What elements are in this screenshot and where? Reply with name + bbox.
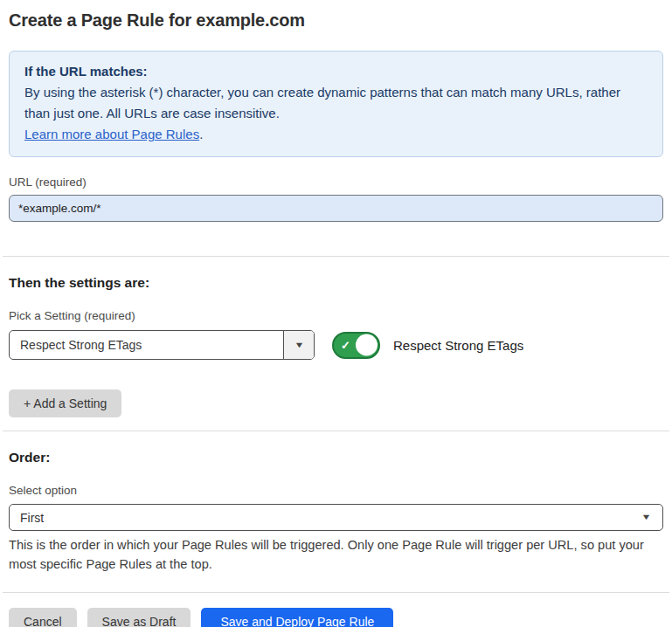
toggle-knob: [356, 334, 378, 356]
setting-select[interactable]: Respect Strong ETags ▼: [9, 330, 315, 360]
info-box-body: By using the asterisk (*) character, you…: [24, 82, 648, 124]
order-section-heading: Order:: [9, 450, 663, 465]
page-title: Create a Page Rule for example.com: [9, 10, 663, 31]
chevron-down-icon: ▼: [294, 341, 304, 349]
setting-select-arrow-button[interactable]: ▼: [283, 331, 314, 359]
save-draft-button[interactable]: Save as Draft: [87, 608, 191, 627]
url-field-label: URL (required): [9, 176, 663, 189]
setting-toggle[interactable]: ✓: [332, 332, 380, 359]
save-deploy-button[interactable]: Save and Deploy Page Rule: [201, 608, 393, 627]
add-setting-button[interactable]: + Add a Setting: [9, 389, 121, 417]
setting-toggle-label: Respect Strong ETags: [393, 338, 523, 353]
cancel-button[interactable]: Cancel: [9, 608, 77, 627]
settings-section-heading: Then the settings are:: [9, 275, 663, 291]
create-page-rule-form: Create a Page Rule for example.com If th…: [0, 0, 672, 627]
order-help-text: This is the order in which your Page Rul…: [9, 535, 663, 574]
chevron-down-icon: ▼: [641, 513, 652, 521]
setting-row: Respect Strong ETags ▼ ✓ Respect Strong …: [9, 330, 663, 360]
info-box-heading: If the URL matches:: [24, 61, 648, 82]
info-box-link-line: Learn more about Page Rules.: [24, 124, 648, 145]
link-suffix: .: [199, 127, 203, 141]
section-divider: [3, 431, 669, 431]
check-icon: ✓: [341, 340, 350, 351]
footer-actions: Cancel Save as Draft Save and Deploy Pag…: [9, 608, 663, 627]
url-match-info-box: If the URL matches: By using the asteris…: [9, 51, 663, 157]
setting-picker-label: Pick a Setting (required): [9, 309, 663, 322]
setting-toggle-group: ✓ Respect Strong ETags: [332, 332, 523, 359]
order-select-label: Select option: [9, 484, 663, 497]
setting-select-value: Respect Strong ETags: [10, 331, 283, 359]
section-divider: [3, 256, 669, 257]
url-input[interactable]: [9, 195, 663, 222]
order-select[interactable]: First ▼: [9, 504, 663, 531]
footer-divider: [3, 592, 669, 593]
learn-more-link[interactable]: Learn more about Page Rules: [24, 127, 199, 141]
order-select-value: First: [20, 511, 44, 525]
